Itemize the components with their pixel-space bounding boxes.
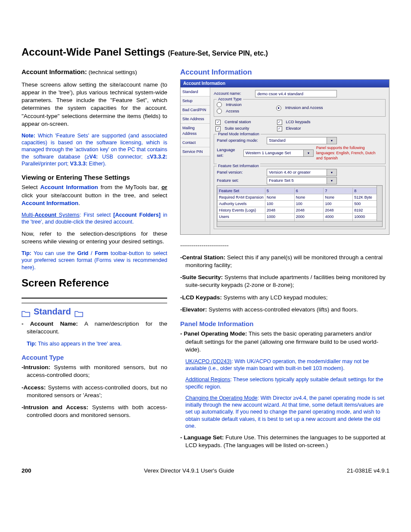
tab-mailaddr[interactable]: Mailing Address (181, 124, 210, 138)
tab-badcard[interactable]: Bad Card/PIN (181, 106, 210, 115)
radio-intrusion[interactable] (217, 102, 222, 107)
account-name-field[interactable]: demo csoe v4.4 standard (255, 90, 337, 97)
chevron-down-icon: ▾ (327, 177, 336, 184)
panel-mode-select[interactable]: Standard▾ (267, 137, 337, 144)
page-title: Account-Wide Panel Settings (Feature-Set… (22, 45, 389, 59)
left-column: Account Information: (technical settings… (22, 68, 167, 454)
tab-siteaddr[interactable]: Site Address (181, 115, 210, 124)
tab-contact[interactable]: Contact (181, 138, 210, 147)
feature-table: Feature Set5678 Required RAM ExpansionNo… (217, 185, 383, 227)
tab-standard[interactable]: Standard (181, 87, 210, 96)
vscrollbar[interactable] (377, 186, 382, 227)
check-elev[interactable]: ✓ (277, 126, 282, 131)
chevron-down-icon: ▾ (327, 137, 336, 144)
check-central[interactable]: ✓ (215, 120, 221, 125)
standard-header: Standard (22, 306, 167, 317)
chevron-down-icon: ▾ (303, 150, 313, 156)
app-screenshot: Account Information Standard Setup Bad C… (180, 79, 389, 234)
hscrollbar[interactable] (217, 221, 382, 227)
panel-version-select[interactable]: Version 4.40 or greater▾ (267, 169, 337, 176)
page-footer: 200 Verex Director V4.9.1 User's Guide 2… (22, 467, 389, 475)
feature-set-select[interactable]: Feature Set 5▾ (267, 177, 337, 184)
tab-servicepin[interactable]: Service PIN (181, 147, 210, 156)
folder-icon (22, 308, 30, 315)
tab-setup[interactable]: Setup (181, 96, 210, 106)
folder-icon (75, 308, 83, 315)
chevron-down-icon: ▾ (327, 169, 336, 176)
check-lcd[interactable]: ✓ (277, 120, 282, 125)
check-suite[interactable]: ✓ (215, 126, 221, 131)
right-column: Account Information Account Information … (180, 68, 389, 454)
radio-access[interactable] (217, 109, 222, 114)
radio-intracc[interactable]: ● (276, 106, 281, 111)
side-tabs: Standard Setup Bad Card/PIN Site Address… (181, 87, 210, 234)
language-select[interactable]: Western 1 Language Set▾ (243, 149, 314, 157)
